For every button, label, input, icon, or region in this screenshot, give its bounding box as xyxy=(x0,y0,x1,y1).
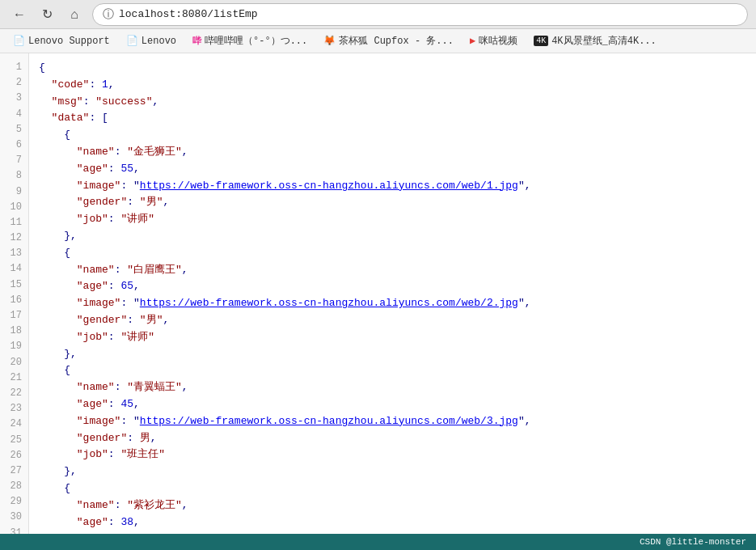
4k-icon: 4K xyxy=(534,36,548,46)
line-numbers: 1 2 3 4 5 6 7 8 9 10 11 12 13 14 15 16 1… xyxy=(0,53,29,534)
bookmark-miaomiao[interactable]: ▶ 咪咕视频 xyxy=(463,32,524,49)
refresh-button[interactable]: ↻ xyxy=(36,3,58,26)
json-line-17: "gender": "男", xyxy=(39,312,746,329)
bookmark-icon: 📄 xyxy=(13,35,25,47)
line-num: 29 xyxy=(0,494,28,510)
line-num: 13 xyxy=(0,246,28,261)
json-line-9: "gender": "男", xyxy=(39,194,746,211)
json-line-1: { xyxy=(39,60,746,77)
address-bar[interactable]: ⓘ localhost:8080/listEmp xyxy=(92,3,748,26)
bookmark-label: 4K风景壁纸_高清4K... xyxy=(551,34,657,48)
line-num: 8 xyxy=(0,168,28,184)
line-num: 20 xyxy=(0,355,28,370)
json-line-3: "msg": "success", xyxy=(39,94,746,111)
url-text: localhost:8080/listEmp xyxy=(119,8,258,20)
line-num: 3 xyxy=(0,91,28,106)
json-line-21: { xyxy=(39,362,746,379)
bookmark-bilibili[interactable]: 哔 哔哩哔哩（°-°）つ... xyxy=(186,32,314,49)
content-area: 1 2 3 4 5 6 7 8 9 10 11 12 13 14 15 16 1… xyxy=(0,53,756,534)
line-num: 28 xyxy=(0,479,28,494)
line-num: 5 xyxy=(0,122,28,138)
json-line-27: }, xyxy=(39,463,746,480)
json-line-4: "data": [ xyxy=(39,110,746,127)
json-line-16: "image": "https://web-framework.oss-cn-h… xyxy=(39,295,746,312)
json-line-30: "name": "紫衫龙王", xyxy=(39,497,746,514)
json-line-25: "gender": 男, xyxy=(39,430,746,447)
line-num: 18 xyxy=(0,324,28,339)
json-line-6: "name": "金毛狮王", xyxy=(39,144,746,161)
json-line-24: "image": "https://web-framework.oss-cn-h… xyxy=(39,413,746,430)
json-line-5: { xyxy=(39,127,746,144)
bookmark-label: 茶杯狐 Cupfox - 务... xyxy=(339,34,454,48)
line-num: 24 xyxy=(0,417,28,432)
bookmark-icon: 📄 xyxy=(126,35,138,47)
cupfox-icon: 🦊 xyxy=(323,35,336,47)
info-icon: ⓘ xyxy=(103,7,114,22)
json-line-31: "age": 38, xyxy=(39,514,746,531)
bookmark-label: 咪咕视频 xyxy=(479,34,517,48)
line-num: 17 xyxy=(0,308,28,324)
line-num: 30 xyxy=(0,510,28,525)
nav-buttons: ← ↻ ⌂ xyxy=(8,3,86,26)
bookmark-label: Lenovo Support xyxy=(28,36,110,47)
json-line-22: "name": "青翼蝠王", xyxy=(39,379,746,396)
bookmark-lenovo[interactable]: 📄 Lenovo xyxy=(120,33,183,49)
line-num: 16 xyxy=(0,293,28,308)
line-num: 6 xyxy=(0,138,28,153)
json-line-15: "age": 65, xyxy=(39,278,746,295)
json-line-29: { xyxy=(39,480,746,497)
line-num: 7 xyxy=(0,153,28,168)
line-num: 14 xyxy=(0,261,28,277)
bookmark-lenovo-support[interactable]: 📄 Lenovo Support xyxy=(6,33,116,49)
line-num: 22 xyxy=(0,386,28,401)
line-num: 10 xyxy=(0,200,28,215)
json-line-8: "image": "https://web-framework.oss-cn-h… xyxy=(39,178,746,195)
bookmark-label: 哔哩哔哩（°-°）つ... xyxy=(205,34,307,48)
back-button[interactable]: ← xyxy=(8,3,31,26)
json-content: { "code": 1, "msg": "success", "data": [… xyxy=(29,53,756,534)
line-num: 25 xyxy=(0,433,28,448)
home-button[interactable]: ⌂ xyxy=(63,3,86,26)
json-line-2: "code": 1, xyxy=(39,77,746,94)
json-line-23: "age": 45, xyxy=(39,396,746,413)
footer-credit: CSDN @little-monster xyxy=(640,537,746,547)
bookmark-4k[interactable]: 4K 4K风景壁纸_高清4K... xyxy=(527,32,663,49)
line-num: 1 xyxy=(0,60,28,75)
json-line-13: { xyxy=(39,245,746,262)
line-num: 4 xyxy=(0,107,28,122)
line-num: 19 xyxy=(0,339,28,354)
line-num: 15 xyxy=(0,277,28,293)
json-line-18: "job": "讲师" xyxy=(39,329,746,346)
line-num: 26 xyxy=(0,448,28,463)
bookmark-label: Lenovo xyxy=(141,36,176,47)
bilibili-icon: 哔 xyxy=(192,35,201,47)
line-num: 21 xyxy=(0,370,28,386)
browser-titlebar: ← ↻ ⌂ ⓘ localhost:8080/listEmp xyxy=(0,0,756,29)
miaomiao-icon: ▶ xyxy=(470,35,475,47)
line-num: 12 xyxy=(0,231,28,246)
line-num: 11 xyxy=(0,215,28,231)
json-line-11: }, xyxy=(39,228,746,245)
footer: CSDN @little-monster xyxy=(0,534,756,550)
json-line-10: "job": "讲师" xyxy=(39,211,746,228)
line-num: 31 xyxy=(0,526,28,534)
line-num: 2 xyxy=(0,75,28,91)
json-line-7: "age": 55, xyxy=(39,161,746,178)
line-num: 23 xyxy=(0,401,28,417)
json-line-26: "job": "班主任" xyxy=(39,446,746,463)
json-line-19: }, xyxy=(39,346,746,363)
line-num: 27 xyxy=(0,463,28,479)
line-num: 9 xyxy=(0,184,28,200)
json-line-14: "name": "白眉鹰王", xyxy=(39,262,746,279)
bookmark-cupfox[interactable]: 🦊 茶杯狐 Cupfox - 务... xyxy=(317,32,460,49)
bookmarks-bar: 📄 Lenovo Support 📄 Lenovo 哔 哔哩哔哩（°-°）つ..… xyxy=(0,29,756,53)
